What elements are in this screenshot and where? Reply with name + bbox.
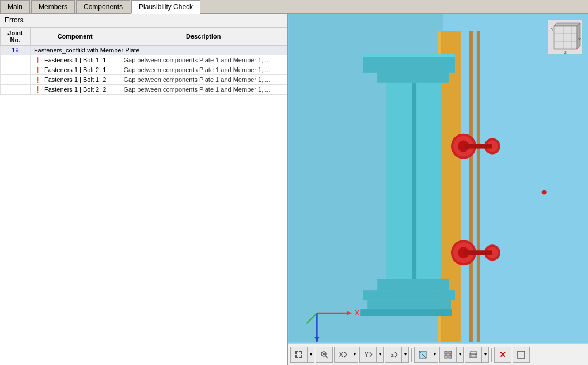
svg-rect-49: [301, 351, 302, 354]
svg-point-76: [475, 354, 476, 355]
svg-rect-6: [477, 31, 480, 342]
svg-rect-73: [471, 351, 476, 355]
svg-rect-27: [464, 250, 492, 255]
error-icon: ❗: [34, 67, 41, 73]
col-description: Description: [120, 28, 287, 46]
viewport[interactable]: X Z: [288, 14, 588, 365]
table-row[interactable]: ❗ Fasteners 1 | Bolt 1, 1 Gap between co…: [1, 55, 287, 65]
component-name: Fasteners 1 | Bolt 1, 2: [44, 76, 106, 83]
zoom-group: [316, 347, 333, 363]
main-layout: Errors JointNo. Component Description 19…: [0, 14, 588, 365]
view-y-group: Y ▾: [359, 347, 384, 363]
display-group: ▾: [439, 347, 464, 363]
svg-rect-10: [412, 83, 416, 279]
table-row[interactable]: ❗ Fasteners 1 | Bolt 2, 1 Gap between co…: [1, 65, 287, 75]
view-y-dropdown-arrow[interactable]: ▾: [377, 347, 384, 363]
svg-line-55: [325, 356, 328, 358]
component-name: Fasteners 1 | Bolt 2, 2: [44, 86, 106, 93]
view-z-button[interactable]: -Z: [385, 347, 402, 363]
cell-component: ❗ Fasteners 1 | Bolt 1, 1: [30, 55, 120, 65]
svg-rect-9: [377, 279, 449, 290]
svg-text:X: X: [339, 352, 343, 358]
svg-text:Z: Z: [564, 51, 567, 54]
cell-joint: [1, 85, 31, 95]
display-button[interactable]: [439, 347, 457, 363]
svg-rect-72: [449, 355, 452, 358]
tab-members[interactable]: Members: [31, 0, 75, 13]
svg-rect-77: [518, 351, 525, 358]
col-component: Component: [30, 28, 120, 46]
svg-rect-5: [469, 31, 473, 342]
svg-line-60: [344, 355, 347, 357]
tab-bar: Main Members Components Plausibility Che…: [0, 0, 588, 14]
component-name: Fasteners 1 | Bolt 2, 1: [44, 66, 106, 73]
table-row[interactable]: ❗ Fasteners 1 | Bolt 1, 2 Gap between co…: [1, 75, 287, 85]
svg-rect-12: [363, 54, 455, 57]
cell-description: Gap between components Plate 1 and Membe…: [120, 75, 287, 85]
left-panel: Errors JointNo. Component Description 19…: [0, 14, 288, 365]
print-group: ▾: [465, 347, 489, 363]
view-z-group: -Z ▾: [385, 347, 409, 363]
cell-joint: [1, 75, 31, 85]
errors-table: JointNo. Component Description 19 Fasten…: [0, 27, 287, 95]
view-x-button[interactable]: X: [334, 347, 351, 363]
group-label: Fasteners_conflikt with Member Plate: [30, 46, 287, 55]
svg-rect-70: [449, 351, 452, 354]
joint-number: 19: [1, 46, 31, 55]
scene-svg: X Z: [288, 14, 588, 342]
svg-text:Y: Y: [365, 352, 369, 358]
component-name: Fasteners 1 | Bolt 1, 1: [44, 57, 106, 63]
zoom-button[interactable]: [316, 347, 333, 363]
display-dropdown-arrow[interactable]: ▾: [457, 347, 464, 363]
coord-cube: Y X Z: [548, 20, 582, 54]
errors-label: Errors: [5, 16, 24, 24]
render-dropdown-arrow[interactable]: ▾: [431, 347, 438, 363]
cell-description: Gap between components Plate 1 and Membe…: [120, 55, 287, 65]
svg-text:X: X: [578, 37, 581, 41]
svg-marker-36: [554, 23, 580, 26]
print-dropdown-arrow[interactable]: ▾: [482, 347, 489, 363]
svg-text:X: X: [355, 309, 359, 317]
svg-marker-38: [577, 23, 580, 49]
svg-point-28: [542, 190, 547, 194]
print-button[interactable]: [465, 347, 482, 363]
svg-rect-47: [295, 351, 297, 354]
separator-2: [491, 348, 492, 362]
tab-plausibility-check[interactable]: Plausibility Check: [131, 0, 200, 14]
svg-text:Y: Y: [551, 28, 553, 31]
cell-description: Gap between components Plate 1 and Membe…: [120, 65, 287, 75]
cube-svg: Y X Z: [548, 20, 583, 55]
view-x-group: X ▾: [334, 347, 358, 363]
cell-joint: [1, 65, 31, 75]
viewport-toolbar: ▾ X ▾ Y ▾ -Z: [288, 343, 588, 365]
table-container[interactable]: JointNo. Component Description 19 Fasten…: [0, 27, 287, 365]
view-x-dropdown-arrow[interactable]: ▾: [351, 347, 358, 363]
render-button[interactable]: [414, 347, 431, 363]
svg-rect-75: [471, 355, 476, 357]
tab-main[interactable]: Main: [0, 0, 30, 13]
table-row[interactable]: ❗ Fasteners 1 | Bolt 2, 2 Gap between co…: [1, 85, 287, 95]
table-row[interactable]: 19 Fasteners_conflikt with Member Plate: [1, 46, 287, 55]
window-button[interactable]: [513, 347, 530, 363]
fit-view-group: ▾: [290, 347, 314, 363]
scene-container: X Z: [288, 14, 588, 342]
svg-rect-53: [301, 355, 302, 358]
view-y-button[interactable]: Y: [359, 347, 377, 363]
errors-header: Errors: [0, 14, 287, 27]
svg-rect-21: [464, 144, 492, 149]
fit-view-dropdown-arrow[interactable]: ▾: [308, 347, 314, 363]
error-icon: ❗: [34, 77, 41, 83]
separator-1: [411, 348, 412, 362]
cell-component: ❗ Fasteners 1 | Bolt 1, 2: [30, 75, 120, 85]
close-red-button[interactable]: ✕: [494, 347, 511, 363]
error-icon: ❗: [34, 57, 41, 63]
cell-component: ❗ Fasteners 1 | Bolt 2, 1: [30, 65, 120, 75]
cell-description: Gap between components Plate 1 and Membe…: [120, 85, 287, 95]
tab-components[interactable]: Components: [76, 0, 130, 13]
svg-rect-69: [445, 351, 447, 354]
svg-line-59: [344, 352, 347, 355]
svg-rect-14: [367, 300, 451, 309]
svg-text:-Z: -Z: [389, 353, 394, 358]
fit-view-button[interactable]: [290, 347, 308, 363]
view-z-dropdown-arrow[interactable]: ▾: [402, 347, 409, 363]
